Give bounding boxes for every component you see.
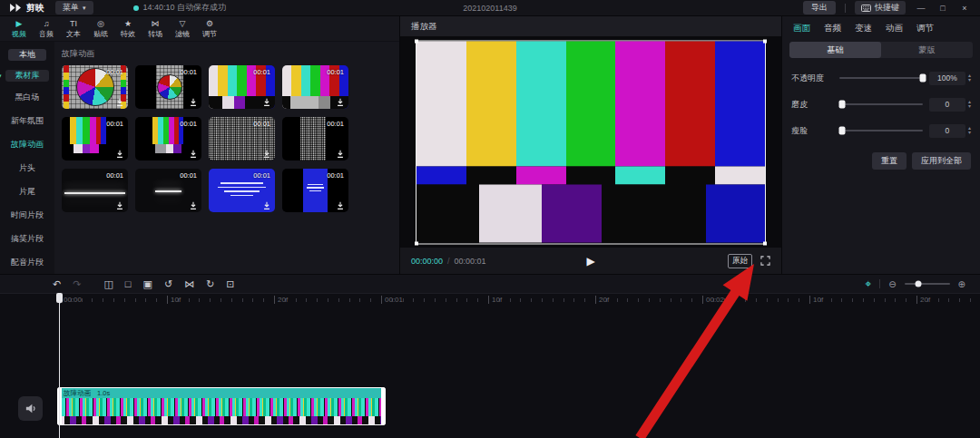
download-icon[interactable] xyxy=(262,201,271,210)
media-item-streak[interactable]: 00:01 xyxy=(62,169,128,212)
zoom-slider-handle[interactable] xyxy=(915,281,921,287)
media-item-bars-drop[interactable]: 00:01 xyxy=(62,117,128,161)
export-button[interactable]: 导出 xyxy=(803,1,836,15)
snap-icon[interactable]: ⌖ xyxy=(865,277,871,290)
rotate-icon[interactable]: ↻ xyxy=(206,275,214,293)
media-item-streak-partial[interactable]: 00:01 xyxy=(135,169,201,212)
video-icon: ▶ xyxy=(16,19,23,28)
media-item-colorbars[interactable]: 00:01 xyxy=(209,65,275,109)
stepper[interactable]: ▴▾ xyxy=(968,100,971,109)
mirror-icon[interactable]: ⋈ xyxy=(184,275,194,293)
download-icon[interactable] xyxy=(262,98,271,107)
split-icon[interactable]: ◫ xyxy=(103,275,113,293)
download-icon[interactable] xyxy=(115,98,124,107)
timeline-ruler[interactable]: 00:0010f20f00:0110f20f00:0210f20f xyxy=(0,294,980,307)
download-icon[interactable] xyxy=(336,150,345,159)
media-tab-adjust[interactable]: ⚙调节 xyxy=(196,19,223,39)
props-tab[interactable]: 画面 xyxy=(793,23,810,34)
media-item-noise[interactable]: 00:01 xyxy=(209,117,275,161)
zoom-in-icon[interactable]: ⊕ xyxy=(958,279,965,289)
shortcuts-button[interactable]: 快捷键 xyxy=(855,1,906,15)
sidebar-category[interactable]: 配音片段 xyxy=(0,250,54,274)
sidebar-category[interactable]: 片尾 xyxy=(0,180,54,203)
download-icon[interactable] xyxy=(336,201,345,210)
slider-track[interactable] xyxy=(839,130,923,131)
download-icon[interactable] xyxy=(115,150,124,159)
sidebar-category[interactable]: 片头 xyxy=(0,156,54,180)
media-item-testcard-partial[interactable]: 00:01 xyxy=(135,65,201,109)
sidebar-category[interactable]: 新年氛围 xyxy=(0,109,54,132)
media-tab-video[interactable]: ▶视频 xyxy=(5,19,33,39)
reset-button[interactable]: 重置 xyxy=(872,152,906,170)
props-tab[interactable]: 调节 xyxy=(916,23,934,34)
props-subtab[interactable]: 蒙版 xyxy=(881,42,973,58)
media-item-bars-drop-b[interactable]: 00:01 xyxy=(135,117,201,161)
slider-handle[interactable] xyxy=(838,101,845,109)
clip-trim-handle-right[interactable] xyxy=(381,387,386,425)
props-tab[interactable]: 变速 xyxy=(855,23,872,34)
sidebar-category[interactable]: 黑白场 xyxy=(0,85,54,109)
zoom-out-icon[interactable]: ⊖ xyxy=(888,279,896,289)
selection-handle[interactable] xyxy=(763,241,767,245)
undo-icon[interactable]: ↶ xyxy=(53,275,61,293)
media-tab-audio[interactable]: ♫音频 xyxy=(33,19,60,39)
timeline-zoom-slider[interactable] xyxy=(905,283,950,285)
props-subtab[interactable]: 基础 xyxy=(789,42,881,58)
media-item-noise-partial[interactable]: 00:01 xyxy=(282,117,348,161)
media-tab-filter[interactable]: ▽滤镜 xyxy=(169,19,196,39)
slider-handle[interactable] xyxy=(838,127,845,135)
timeline-clip[interactable]: 故障动画 1.0s xyxy=(57,387,386,425)
delete-icon[interactable]: □ xyxy=(125,275,132,293)
maximize-button[interactable]: □ xyxy=(936,4,949,13)
props-tab[interactable]: 动画 xyxy=(886,23,903,34)
fullscreen-icon[interactable] xyxy=(760,256,770,266)
media-item-colorbars-b[interactable]: 00:01 xyxy=(282,65,348,109)
slider-handle[interactable] xyxy=(919,74,926,83)
download-icon[interactable] xyxy=(189,98,198,107)
playhead[interactable] xyxy=(59,293,60,438)
sidebar-item-local[interactable]: 本地 xyxy=(8,49,46,61)
stepper-down-icon[interactable]: ▾ xyxy=(968,104,971,109)
download-icon[interactable] xyxy=(262,150,271,159)
sidebar-category[interactable]: 时间片段 xyxy=(0,203,54,227)
media-tab-sticker[interactable]: ◎贴纸 xyxy=(87,19,114,39)
selection-handle[interactable] xyxy=(415,241,418,245)
stepper[interactable]: ▴▾ xyxy=(968,73,971,83)
download-icon[interactable] xyxy=(189,201,198,210)
play-button[interactable]: ▶ xyxy=(586,255,594,268)
download-icon[interactable] xyxy=(115,201,124,210)
props-tab[interactable]: 音频 xyxy=(824,23,841,34)
crop-icon[interactable]: ⊡ xyxy=(226,275,234,293)
minimize-button[interactable]: — xyxy=(915,4,927,13)
download-icon[interactable] xyxy=(336,98,345,107)
slider-track[interactable] xyxy=(839,103,923,105)
selection-handle[interactable] xyxy=(415,39,418,43)
media-tab-text[interactable]: TI文本 xyxy=(60,19,87,39)
freeze-icon[interactable]: ▣ xyxy=(143,275,152,293)
reverse-icon[interactable]: ↺ xyxy=(164,275,172,293)
media-item-bluescreen-partial[interactable]: 00:01 xyxy=(282,169,348,212)
download-icon[interactable] xyxy=(189,150,198,159)
redo-icon[interactable]: ↷ xyxy=(73,275,81,293)
slider-track[interactable] xyxy=(839,77,923,79)
video-preview[interactable] xyxy=(416,40,766,244)
sidebar-category[interactable]: 故障动画 xyxy=(0,132,54,156)
apply-to-all-button[interactable]: 应用到全部 xyxy=(912,152,971,170)
sidebar-category[interactable]: 搞笑片段 xyxy=(0,227,54,250)
close-button[interactable]: × xyxy=(958,4,971,13)
quality-button[interactable]: 原始 xyxy=(728,254,752,268)
track-mute-button[interactable] xyxy=(18,396,43,421)
menu-button[interactable]: 菜单 ▾ xyxy=(55,1,93,15)
playhead-handle[interactable] xyxy=(56,293,63,303)
selection-handle[interactable] xyxy=(763,39,767,43)
menu-label: 菜单 xyxy=(63,2,79,14)
stepper-down-icon[interactable]: ▾ xyxy=(968,78,971,83)
media-tab-transition[interactable]: ⋈转场 xyxy=(142,19,169,39)
stepper-down-icon[interactable]: ▾ xyxy=(968,131,971,135)
media-item-testcard[interactable]: 00:01 xyxy=(62,65,128,109)
media-item-bluescreen[interactable]: 00:01 xyxy=(209,169,275,212)
stepper[interactable]: ▴▾ xyxy=(968,126,971,135)
sidebar-item-library[interactable]: ▾ 素材库 xyxy=(5,70,49,82)
media-tab-effects[interactable]: ★特效 xyxy=(114,19,142,39)
media-tab-label: 转场 xyxy=(148,29,162,39)
